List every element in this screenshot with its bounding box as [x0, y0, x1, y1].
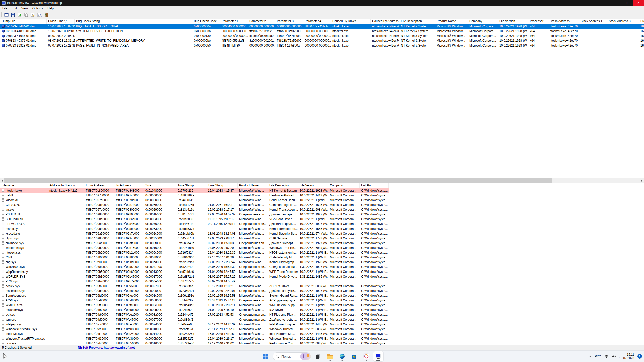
driver-row[interactable]: WindowsTrustedRTProxy.sys fffff807`0fd30… — [0, 336, 389, 341]
menu-item[interactable]: Edit — [9, 6, 19, 11]
column-header[interactable]: Caused By Driver — [331, 19, 371, 24]
column-header[interactable]: File Version — [298, 183, 328, 188]
properties-button[interactable] — [29, 12, 36, 18]
driver-row[interactable]: pcw.sys fffff807`0fd40000 fffff807`0fd56… — [0, 341, 389, 345]
driver-row[interactable]: acpiex.sys fffff807`09fa0000 fffff807`09… — [0, 284, 389, 288]
driver-row[interactable]: WDFLDR.SYS fffff807`09b30000 fffff807`09… — [0, 274, 389, 279]
scroll-left-button[interactable] — [0, 178, 4, 183]
task-view-button[interactable] — [313, 351, 323, 361]
scroll-right-button[interactable] — [640, 178, 644, 183]
column-header[interactable]: File Version — [498, 19, 528, 24]
find-button[interactable] — [36, 12, 43, 18]
close-button[interactable]: × — [633, 0, 644, 6]
driver-row[interactable]: pci.sys fffff807`0fb60000 fffff807`0fbea… — [0, 312, 389, 317]
menu-item[interactable]: View — [19, 6, 30, 11]
scrollbar-thumb[interactable] — [4, 178, 552, 183]
weather-widget-thumbnail[interactable] — [300, 353, 311, 360]
driver-row[interactable]: ntoskrnl.exe ntoskrnl.exe+4442a9 fffff80… — [0, 188, 389, 193]
driver-row[interactable]: CI.dll fffff807`0f800000 fffff807`0f8f80… — [0, 255, 389, 260]
microsoft-store-button[interactable] — [349, 351, 359, 361]
driver-row[interactable]: WppRecorder.sys fffff807`09b50000 fffff8… — [0, 269, 389, 274]
column-header[interactable]: Full Path — [360, 183, 389, 188]
language-indicator[interactable]: РУС — [595, 355, 601, 358]
driver-row[interactable]: msrpc.sys fffff807`09a80000 fffff807`09a… — [0, 226, 389, 231]
bluescreenview-taskbar-button[interactable] — [373, 351, 383, 361]
column-header[interactable]: Time Stamp — [176, 183, 206, 188]
driver-row[interactable]: msseccore.sys fffff807`09b80000 fffff807… — [0, 288, 389, 293]
column-header[interactable]: Pro — [639, 19, 644, 24]
column-header[interactable]: Caused By Address — [371, 19, 399, 24]
crash-row[interactable]: 070823-40375-01.dmp 08.07.2023 12:31:15 … — [0, 38, 644, 43]
driver-row[interactable]: PSHED.dll fffff807`09880000 fffff807`098… — [0, 212, 389, 217]
driver-row[interactable]: cng.sys fffff807`0f900000 fffff807`0f9bd… — [0, 260, 389, 264]
driver-row[interactable]: IntelPMT.sys fffff807`0fd10000 fffff807`… — [0, 331, 389, 336]
crash-row[interactable]: 070823-41687-01.dmp 08.07.2023 20:05:47 … — [0, 33, 644, 38]
column-header[interactable]: Size — [144, 183, 176, 188]
start-button[interactable] — [261, 351, 271, 361]
driver-row[interactable]: FLTMGR.SYS fffff807`099d0000 fffff807`09… — [0, 221, 389, 226]
column-header[interactable]: Company — [468, 19, 498, 24]
horizontal-scrollbar[interactable] — [0, 178, 644, 183]
column-header[interactable]: Bug Check Code — [192, 19, 220, 24]
driver-row[interactable]: ACPI.sys fffff807`0fa90000 fffff807`0fb4… — [0, 298, 389, 303]
driver-row[interactable]: CLFS.SYS fffff807`09810000 fffff807`0987… — [0, 202, 389, 207]
copy-button[interactable] — [23, 12, 29, 18]
column-header[interactable]: Product Name — [238, 183, 268, 188]
refresh-button[interactable] — [16, 12, 23, 18]
column-header[interactable]: Product Name — [435, 19, 468, 24]
menu-item[interactable]: Options — [30, 6, 45, 11]
driver-row[interactable]: cmimcext.sys fffff807`09af0000 fffff807`… — [0, 241, 389, 245]
adobe-creative-cloud-button[interactable] — [361, 351, 371, 361]
menu-item[interactable]: Help — [45, 6, 56, 11]
maximize-button[interactable]: □ — [621, 0, 633, 6]
clock[interactable]: 15:11 10.07.2023 — [619, 353, 634, 360]
column-header[interactable]: Bug Check String — [75, 19, 192, 24]
column-header[interactable]: Parameter 1 — [220, 19, 248, 24]
column-header[interactable]: Address In Stack △ — [48, 183, 84, 188]
column-header[interactable]: Parameter 4 — [303, 19, 331, 24]
driver-row[interactable]: BOOTVID.dll fffff807`098a0000 fffff807`0… — [0, 217, 389, 221]
driver-row[interactable]: Wdf01000.sys fffff807`0f9c0000 fffff807`… — [0, 264, 389, 269]
driver-row[interactable]: tpm.sys fffff807`0fbf0000 fffff807`0fc47… — [0, 317, 389, 322]
volume-icon[interactable] — [612, 355, 616, 358]
driver-row[interactable]: SgrmAgent.sys fffff807`09fd0000 fffff807… — [0, 293, 389, 298]
column-header[interactable]: Crash Address — [548, 19, 579, 24]
hidden-icons-chevron[interactable] — [588, 355, 592, 358]
driver-row[interactable]: intelpep.sys fffff807`0fc70000 fffff807`… — [0, 322, 389, 327]
driver-row[interactable]: ksecdd.sys fffff807`09a50000 fffff807`09… — [0, 231, 389, 236]
column-header[interactable]: File Description — [399, 19, 435, 24]
column-header[interactable]: Filename — [0, 183, 48, 188]
driver-row[interactable]: ntosext.sys fffff807`09b20000 fffff807`0… — [0, 250, 389, 255]
crash-row[interactable]: 071023-41890-01.dmp 10.07.2023 0:12:18 S… — [0, 29, 644, 33]
column-header[interactable]: Time String — [206, 183, 238, 188]
driver-row[interactable]: PRM.sys fffff807`09b70000 fffff807`09b7e… — [0, 279, 389, 284]
menu-item[interactable]: File — [0, 6, 9, 11]
search-box[interactable]: Поиск — [273, 352, 311, 360]
driver-row[interactable]: WMILIB.SYS fffff807`09ff0000 fffff807`09… — [0, 303, 389, 307]
driver-row[interactable]: hal.dll fffff807`097c0000 fffff807`097c6… — [0, 193, 389, 198]
column-header[interactable]: Dump File — [0, 19, 47, 24]
minimize-button[interactable]: – — [610, 0, 621, 6]
driver-row[interactable]: kdcom.dll fffff807`097d0000 fffff807`097… — [0, 198, 389, 202]
column-header[interactable]: Parameter 3 — [275, 19, 303, 24]
driver-row[interactable]: WindowsTrustedRT.sys fffff807`0fcf0000 f… — [0, 327, 389, 331]
exit-button[interactable] — [43, 12, 49, 18]
crash-row[interactable]: 071023-43484-01.dmp 10.07.2023 15:07:31 … — [0, 24, 644, 29]
column-header[interactable]: File Description — [268, 183, 298, 188]
nirsoft-freeware-link[interactable]: NirSoft Freeware. http://www.nirsoft.net — [76, 345, 259, 350]
column-header[interactable]: Processor — [528, 19, 548, 24]
edge-button[interactable] — [337, 351, 347, 361]
network-icon[interactable] — [604, 355, 609, 358]
column-header[interactable]: Stack Address 1 — [579, 19, 607, 24]
column-header[interactable]: To Address — [114, 183, 144, 188]
notification-badge[interactable]: 2 — [637, 354, 642, 359]
crash-row[interactable]: 070723-39828-01.dmp 07.07.2023 17:23:35 … — [0, 43, 644, 48]
driver-row[interactable]: werkernel.sys fffff807`09b00000 fffff807… — [0, 245, 389, 250]
column-header[interactable]: Company — [328, 183, 360, 188]
column-header[interactable]: Crash Time ▽ — [47, 19, 75, 24]
column-header[interactable]: Parameter 2 — [248, 19, 275, 24]
column-header[interactable]: From Address — [84, 183, 114, 188]
file-explorer-button[interactable] — [325, 351, 335, 361]
driver-row[interactable]: tm.sys fffff807`097e0000 fffff807`098090… — [0, 207, 389, 212]
driver-row[interactable]: clipsp.sys fffff807`098b0000 fffff807`09… — [0, 236, 389, 241]
